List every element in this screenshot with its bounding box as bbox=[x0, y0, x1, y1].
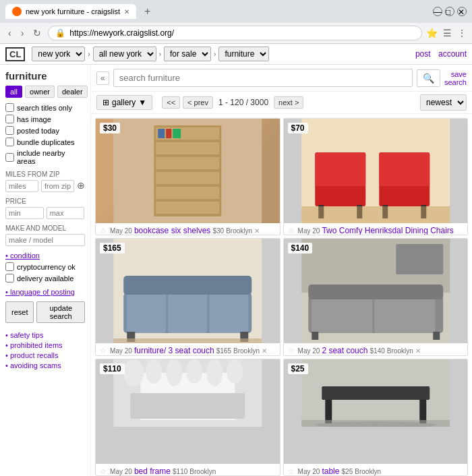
item-remove-icon[interactable]: ✕ bbox=[262, 347, 267, 355]
gallery-label: gallery bbox=[112, 98, 136, 107]
menu-icon[interactable]: ⋮ bbox=[457, 28, 467, 38]
svg-rect-17 bbox=[379, 152, 430, 186]
search-button[interactable]: 🔍 bbox=[417, 69, 440, 87]
zip-input[interactable] bbox=[41, 180, 74, 192]
filter-has-image: has image bbox=[5, 115, 85, 123]
sort-select[interactable]: newest oldest price ↑ price ↓ bbox=[420, 94, 467, 111]
tab-owner[interactable]: owner bbox=[25, 86, 55, 98]
save-search-area: save search bbox=[444, 70, 467, 86]
location-select[interactable]: new york bbox=[32, 47, 85, 61]
svg-rect-4 bbox=[156, 157, 219, 169]
include-nearby-checkbox[interactable] bbox=[5, 153, 14, 162]
item-location: Brooklyn bbox=[226, 227, 252, 235]
safety-tips-link[interactable]: safety tips bbox=[5, 331, 85, 339]
svg-rect-25 bbox=[209, 289, 248, 333]
miles-label: MILES FROM ZIP bbox=[5, 171, 85, 178]
extensions-icon[interactable]: ⭐ bbox=[426, 28, 438, 38]
delivery-checkbox[interactable] bbox=[5, 274, 14, 282]
favorite-star-icon[interactable]: ☆ bbox=[100, 467, 107, 475]
tab-title: new york furniture - craigslist bbox=[26, 7, 120, 16]
item-title-link[interactable]: table bbox=[322, 467, 339, 476]
language-link[interactable]: • language of posting bbox=[5, 288, 85, 296]
item-title-link[interactable]: 2 seat couch bbox=[322, 346, 367, 355]
favorite-star-icon[interactable]: ☆ bbox=[100, 227, 107, 235]
svg-rect-2 bbox=[156, 127, 219, 140]
new-tab-button[interactable]: + bbox=[140, 4, 154, 19]
gallery-button[interactable]: ⊞ gallery ▼ bbox=[96, 95, 152, 110]
search-link[interactable]: search bbox=[444, 78, 467, 86]
posted-today-checkbox[interactable] bbox=[5, 126, 14, 135]
browser-tab[interactable]: new york furniture - craigslist ✕ bbox=[5, 4, 136, 19]
item-image bbox=[284, 119, 468, 223]
item-price: $70 bbox=[288, 123, 308, 133]
minimize-button[interactable]: — bbox=[433, 7, 442, 16]
region-select[interactable]: all new york bbox=[93, 47, 156, 61]
svg-rect-32 bbox=[396, 244, 443, 274]
item-remove-icon[interactable]: ✕ bbox=[415, 347, 421, 355]
item-date: May 20 bbox=[110, 227, 132, 235]
favorite-star-icon[interactable]: ☆ bbox=[100, 347, 107, 355]
account-link[interactable]: account bbox=[438, 49, 467, 59]
item-date: May 20 bbox=[110, 347, 132, 355]
close-button[interactable]: ✕ bbox=[457, 7, 467, 16]
save-link[interactable]: save bbox=[444, 70, 467, 78]
make-model-input[interactable] bbox=[5, 234, 85, 246]
crypto-checkbox[interactable] bbox=[5, 262, 14, 271]
browser-titlebar: new york furniture - craigslist ✕ + — □ … bbox=[0, 0, 472, 23]
collapse-sidebar-button[interactable]: « bbox=[96, 71, 109, 85]
favorite-star-icon[interactable]: ☆ bbox=[288, 467, 295, 475]
svg-rect-3 bbox=[156, 142, 219, 154]
favorite-star-icon[interactable]: ☆ bbox=[288, 227, 295, 235]
back-button[interactable]: ‹ bbox=[5, 26, 14, 40]
refresh-button[interactable]: ↻ bbox=[30, 26, 44, 40]
price-max-input[interactable] bbox=[47, 207, 85, 219]
item-price: $110 bbox=[100, 363, 125, 374]
condition-link[interactable]: • condition bbox=[5, 251, 85, 260]
filter-include-nearby: include nearby areas bbox=[5, 149, 85, 165]
bundle-duplicates-checkbox[interactable] bbox=[5, 138, 14, 146]
tab-dealer[interactable]: dealer bbox=[57, 86, 88, 98]
svg-rect-38 bbox=[433, 332, 440, 340]
svg-rect-13 bbox=[315, 152, 365, 186]
browser-toolbar-icons: ⭐ ☰ ⋮ bbox=[426, 28, 467, 38]
next-page-button[interactable]: next > bbox=[274, 96, 303, 109]
url-input[interactable] bbox=[69, 28, 415, 38]
item-price-inline: $110 bbox=[173, 468, 187, 475]
product-recalls-link[interactable]: product recalls bbox=[5, 351, 85, 359]
first-page-button[interactable]: << bbox=[162, 96, 180, 109]
item-title-link[interactable]: bookcase six shelves bbox=[134, 226, 210, 235]
item-title-link[interactable]: bed frame bbox=[134, 467, 171, 476]
maximize-button[interactable]: □ bbox=[445, 7, 454, 16]
type-select[interactable]: for sale bbox=[164, 47, 211, 61]
list-item: $110 ☆ May 20 bed frame $110 Brooklyn bbox=[95, 359, 281, 476]
address-bar[interactable]: 🔒 bbox=[48, 26, 422, 40]
post-link[interactable]: post bbox=[415, 49, 431, 59]
item-remove-icon[interactable]: ✕ bbox=[254, 227, 260, 235]
reset-button[interactable]: reset bbox=[5, 301, 34, 323]
item-price: $165 bbox=[100, 243, 125, 254]
update-search-button[interactable]: update search bbox=[36, 301, 85, 323]
item-info: ☆ May 20 2 seat couch $140 Brooklyn ✕ bbox=[284, 343, 468, 355]
search-titles-checkbox[interactable] bbox=[5, 103, 14, 112]
has-image-checkbox[interactable] bbox=[5, 115, 14, 123]
category-select[interactable]: furniture bbox=[218, 47, 269, 61]
tab-all[interactable]: all bbox=[5, 86, 22, 98]
tab-close-button[interactable]: ✕ bbox=[124, 8, 129, 16]
main-layout: furniture all owner dealer search titles… bbox=[0, 65, 472, 476]
search-input[interactable] bbox=[113, 69, 413, 87]
miles-input[interactable] bbox=[5, 180, 38, 192]
arrow-icon-3: › bbox=[214, 51, 216, 58]
profile-icon[interactable]: ☰ bbox=[443, 28, 452, 38]
favorite-star-icon[interactable]: ☆ bbox=[288, 347, 295, 355]
prev-page-button[interactable]: < prev bbox=[183, 96, 213, 109]
sidebar-title: furniture bbox=[5, 70, 85, 82]
price-min-input[interactable] bbox=[5, 207, 44, 219]
filter-posted-today: posted today bbox=[5, 126, 85, 135]
prohibited-items-link[interactable]: prohibited items bbox=[5, 341, 85, 349]
item-title-link[interactable]: Two Comfy Henriksdal Dining Chairs bbox=[322, 226, 453, 235]
avoiding-scams-link[interactable]: avoiding scams bbox=[5, 361, 85, 369]
location-icon[interactable]: ⊕ bbox=[77, 180, 85, 192]
item-title-link[interactable]: furniture/ 3 seat couch bbox=[134, 346, 214, 355]
item-date: May 20 bbox=[298, 468, 320, 475]
forward-button[interactable]: › bbox=[18, 26, 27, 40]
